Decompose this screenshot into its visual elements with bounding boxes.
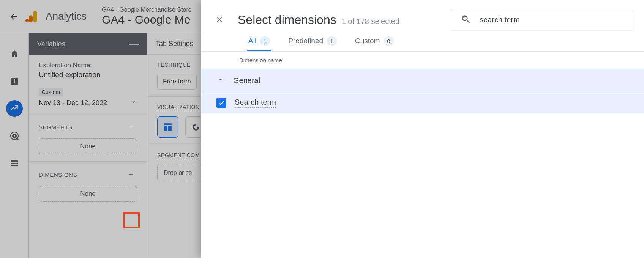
segments-none-chip[interactable]: None [39,138,137,154]
analytics-logo-icon [25,10,39,23]
visualization-label: VISUALIZATION [157,104,200,111]
close-dialog-button[interactable] [212,12,227,27]
nav-explore-icon[interactable] [6,100,23,117]
checkbox-checked-icon[interactable] [216,98,226,108]
technique-label: TECHNIQUE [157,62,191,69]
tab-all-label: All [248,37,256,45]
tab-predefined[interactable]: Predefined 1 [287,36,338,51]
nav-reports-icon[interactable] [6,73,23,90]
left-nav [0,33,29,258]
svg-rect-1 [29,15,32,22]
exploration-name-value[interactable]: Untitled exploration [39,71,137,79]
dialog-tabs: All 1 Predefined 1 Custom 0 [201,30,644,52]
search-icon [461,14,471,26]
dimension-group-general[interactable]: General [201,69,644,92]
tab-custom[interactable]: Custom 0 [354,36,395,51]
dimension-column-header: Dimension name [201,52,644,69]
tab-all-count: 1 [260,36,270,46]
viz-table-icon[interactable] [157,116,178,138]
dialog-subtitle: 1 of 178 selected [342,17,399,26]
variables-panel: Variables — Exploration Name: Untitled e… [29,33,147,258]
dimensions-none-chip[interactable]: None [39,186,137,202]
technique-select[interactable]: Free form [157,74,197,90]
drop-zone-text: Drop or se [164,170,192,176]
breadcrumb-property: GA4 - Google Merchandise Store [102,6,192,13]
group-name: General [233,76,260,85]
technique-value: Free form [163,78,191,85]
dimension-search[interactable] [451,9,633,30]
date-custom-chip: Custom [39,88,63,96]
add-segment-button[interactable] [125,121,137,133]
select-dimensions-dialog: Select dimensions 1 of 178 selected All … [201,0,644,258]
dimension-item-label: Search term [235,98,276,108]
app-name: Analytics [46,11,87,22]
add-dimension-button[interactable] [125,168,137,181]
variables-title: Variables [37,40,65,48]
tab-all[interactable]: All 1 [247,36,271,51]
svg-point-2 [25,19,29,22]
chevron-up-icon [216,76,225,85]
dialog-title: Select dimensions [238,13,336,27]
svg-rect-0 [33,11,37,22]
dimensions-title: DIMENSIONS [39,171,77,178]
tab-settings-title: Tab Settings [156,40,193,48]
back-button[interactable] [5,8,23,26]
segments-title: SEGMENTS [39,124,73,131]
date-range-value: Nov 13 - Dec 12, 2022 [39,99,107,107]
search-input[interactable] [479,15,624,25]
tab-predefined-label: Predefined [288,37,323,45]
dimension-item-search-term[interactable]: Search term [201,92,644,113]
collapse-icon[interactable]: — [129,39,139,49]
segment-comparison-label: SEGMENT COM [157,152,200,159]
nav-configure-icon[interactable] [6,155,23,171]
tab-custom-label: Custom [355,37,380,45]
tab-custom-count: 0 [384,36,394,46]
nav-advertising-icon[interactable] [6,127,23,144]
breadcrumb[interactable]: GA4 - Google Merchandise Store GA4 - Goo… [102,6,192,27]
tab-predefined-count: 1 [327,36,337,46]
variables-header: Variables — [29,33,147,55]
caret-down-icon [130,99,137,107]
nav-home-icon[interactable] [6,46,23,62]
breadcrumb-title: GA4 - Google Me [102,13,192,27]
date-range-picker[interactable]: Nov 13 - Dec 12, 2022 [39,99,137,107]
exploration-name-label: Exploration Name: [39,61,137,69]
